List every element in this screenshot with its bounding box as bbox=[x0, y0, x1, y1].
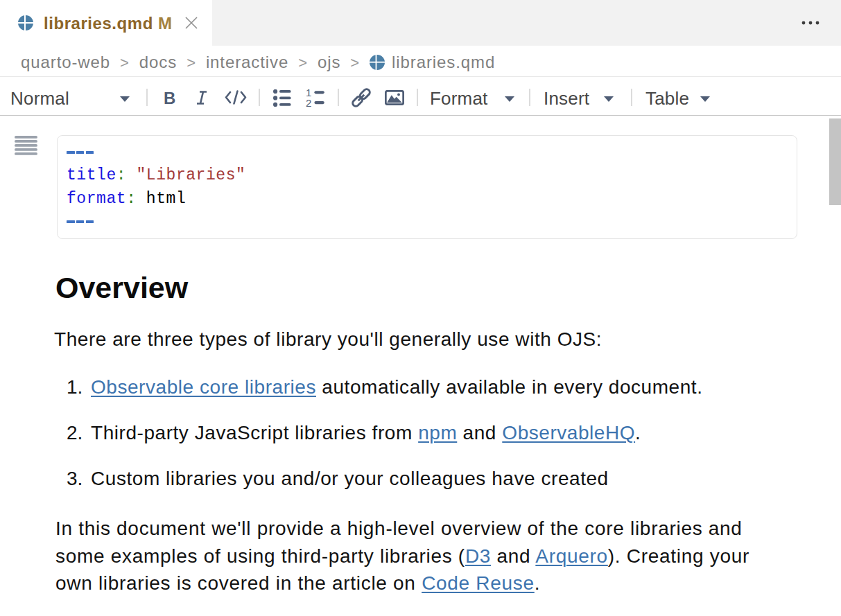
svg-text:2: 2 bbox=[306, 97, 311, 109]
